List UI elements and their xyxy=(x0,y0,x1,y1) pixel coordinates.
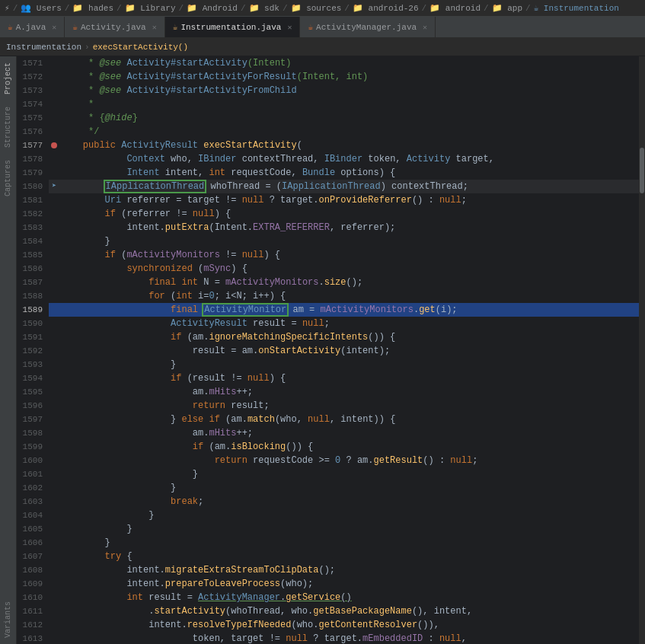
close-ajava[interactable]: ✕ xyxy=(52,23,56,32)
line-1610: 1610 int result = ActivityManager.getSer… xyxy=(17,591,639,604)
line-1603: 1603 break; xyxy=(17,495,639,509)
line-1584: 1584 } xyxy=(17,234,639,248)
line-1608: 1608 intent.migrateExtraStreamToClipData… xyxy=(17,563,639,577)
line-1590: 1590 ActivityResult result = null; xyxy=(17,317,639,330)
line-1595: 1595 am.mHits++; xyxy=(17,385,639,399)
path-separator: ⚡ xyxy=(5,3,10,13)
breadcrumb-method[interactable]: execStartActivity() xyxy=(93,43,188,52)
line-1606: 1606 } xyxy=(17,536,639,550)
line-1607: 1607 try { xyxy=(17,550,639,563)
tab-activitymanager[interactable]: ☕ ActivityManager.java ✕ xyxy=(300,17,436,37)
line-1593: 1593 } xyxy=(17,358,639,371)
path-bar: ⚡ / 👥 Users / 📁 hades / 📁 Library / 📁 An… xyxy=(0,0,645,17)
line-1601: 1601 } xyxy=(17,467,639,481)
line-1582: 1582 if (referrer != null) { xyxy=(17,207,639,221)
path-instrumentation[interactable]: ☕ Instrumentation xyxy=(534,3,619,13)
tab-instrumentation[interactable]: ☕ Instrumentation.java ✕ xyxy=(165,17,301,37)
path-sdk[interactable]: 📁 sdk xyxy=(249,3,279,13)
line-1594: 1594 if (result != null) { xyxy=(17,371,639,385)
path-sources[interactable]: 📁 sources xyxy=(291,3,342,13)
tab-label-activity: Activity.java xyxy=(81,23,146,32)
line-1573: 1573 * @see Activity#startActivityFromCh… xyxy=(17,84,639,97)
underline-activitymanager: ActivityManager.getService() xyxy=(198,592,352,603)
line-1586: 1586 synchronized (mSync) { xyxy=(17,262,639,276)
side-panel-variants[interactable]: Variants xyxy=(2,595,14,644)
line-1585: 1585 if (mActivityMonitors != null) { xyxy=(17,248,639,262)
java-icon-2: ☕ xyxy=(72,22,78,32)
vertical-scrollbar[interactable] xyxy=(639,56,645,644)
highlight-ActivityMonitor: ActivityMonitor xyxy=(203,304,287,315)
side-panel-structure[interactable]: Structure xyxy=(2,100,14,154)
path-app[interactable]: 📁 app xyxy=(492,3,522,13)
code-editor[interactable]: 1571 * @see Activity#startActivity(Inten… xyxy=(17,56,639,644)
line-1580: 1580 ➤ IApplicationThread whoThread = (I… xyxy=(17,180,639,193)
path-android[interactable]: 📁 Android xyxy=(187,3,238,13)
line-1572: 1572 * @see Activity#startActivityForRes… xyxy=(17,70,639,84)
line-1600: 1600 return requestCode >= 0 ? am.getRes… xyxy=(17,454,639,467)
line-1587: 1587 final int N = mActivityMonitors.siz… xyxy=(17,276,639,289)
line-1578: 1578 Context who, IBinder contextThread,… xyxy=(17,152,639,166)
line-1589: 1589 final ActivityMonitor am = mActivit… xyxy=(17,303,639,317)
tab-label-ajava: A.java xyxy=(16,23,46,32)
tab-ajava[interactable]: ☕ A.java ✕ xyxy=(0,17,65,37)
line-1605: 1605 } xyxy=(17,522,639,536)
path-users[interactable]: 👥 Users xyxy=(21,3,62,13)
line-1577: 1577 public ActivityResult execStartActi… xyxy=(17,139,639,152)
path-library[interactable]: 📁 Library xyxy=(125,3,176,13)
line-1609: 1609 intent.prepareToLeaveProcess(who); xyxy=(17,577,639,591)
line-1571: 1571 * @see Activity#startActivity(Inten… xyxy=(17,56,639,70)
line-1611: 1611 .startActivity(whoThread, who.getBa… xyxy=(17,604,639,618)
path-android26[interactable]: 📁 android-26 xyxy=(353,3,419,13)
tab-activity[interactable]: ☕ Activity.java ✕ xyxy=(65,17,164,37)
path-sep: / xyxy=(13,4,18,13)
line-1588: 1588 for (int i=0; i<N; i++) { xyxy=(17,289,639,303)
line-1612: 1612 intent.resolveTypeIfNeeded(who.getC… xyxy=(17,618,639,632)
line-1575: 1575 * {@hide} xyxy=(17,111,639,125)
line-1604: 1604 } xyxy=(17,509,639,522)
line-1598: 1598 am.mHits++; xyxy=(17,426,639,440)
arrow-1580: ➤ xyxy=(52,180,56,193)
close-activitymanager[interactable]: ✕ xyxy=(423,23,427,32)
line-1599: 1599 if (am.isBlocking()) { xyxy=(17,440,639,454)
line-1592: 1592 result = am.onStartActivity(intent)… xyxy=(17,344,639,358)
instr-icon: ☕ xyxy=(173,22,178,32)
side-panel-project[interactable]: Project xyxy=(2,56,14,100)
line-1591: 1591 if (am.ignoreMatchingSpecificIntent… xyxy=(17,330,639,344)
line-1579: 1579 Intent intent, int requestCode, Bun… xyxy=(17,166,639,180)
line-1613: 1613 token, target != null ? target.mEmb… xyxy=(17,632,639,644)
editor-container: Project Structure Captures Variants 1571… xyxy=(0,56,645,644)
path-android2[interactable]: 📁 android xyxy=(429,3,481,13)
line-1581: 1581 Uri referrer = target != null ? tar… xyxy=(17,193,639,207)
tab-label-activitymanager: ActivityManager.java xyxy=(316,23,417,32)
scrollbar-thumb[interactable] xyxy=(640,148,644,193)
path-hades[interactable]: 📁 hades xyxy=(72,3,113,13)
breadcrumb-bar: Instrumentation › execStartActivity() xyxy=(0,38,645,56)
side-panel-captures[interactable]: Captures xyxy=(2,154,14,202)
line-1596: 1596 return result; xyxy=(17,399,639,413)
java-icon-3: ☕ xyxy=(308,22,313,32)
breadcrumb-instrumentation[interactable]: Instrumentation xyxy=(6,43,81,52)
tab-label-instrumentation: Instrumentation.java xyxy=(180,23,281,32)
java-icon: ☕ xyxy=(8,22,13,32)
line-1602: 1602 } xyxy=(17,481,639,495)
highlight-IApplicationThread: IApplicationThread xyxy=(105,181,206,192)
line-1574: 1574 * xyxy=(17,97,639,111)
tabs-bar: ☕ A.java ✕ ☕ Activity.java ✕ ☕ Instrumen… xyxy=(0,17,645,38)
left-panels: Project Structure Captures Variants xyxy=(0,56,17,644)
line-1583: 1583 intent.putExtra(Intent.EXTRA_REFERR… xyxy=(17,221,639,234)
close-instrumentation[interactable]: ✕ xyxy=(287,23,292,32)
line-1597: 1597 } else if (am.match(who, null, inte… xyxy=(17,413,639,426)
close-activity[interactable]: ✕ xyxy=(152,23,157,32)
line-1576: 1576 */ xyxy=(17,125,639,139)
code-lines: 1571 * @see Activity#startActivity(Inten… xyxy=(17,56,639,644)
breakpoint-1577[interactable] xyxy=(51,142,57,148)
